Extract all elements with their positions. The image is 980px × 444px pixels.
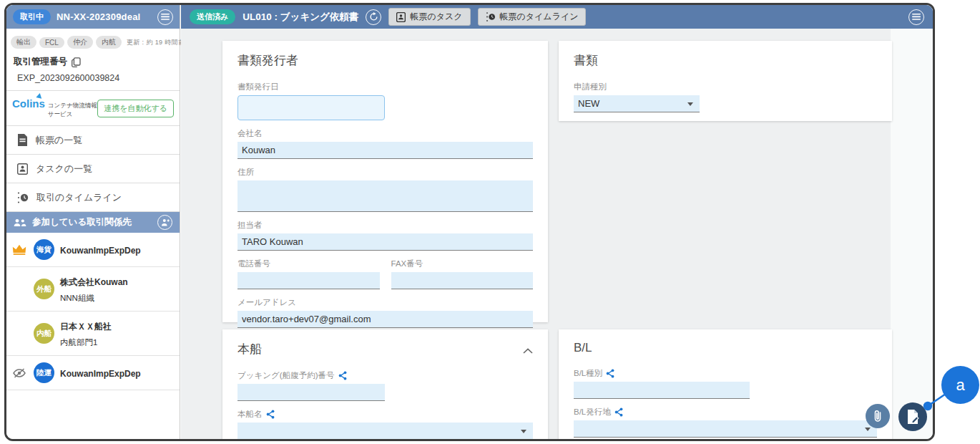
application-type-select[interactable]: NEW — [574, 95, 700, 112]
sent-status-badge: 送信済み — [190, 9, 235, 24]
colins-logo: Colins コンテナ物流情報サービス — [12, 97, 97, 119]
partner-row-gaisen[interactable]: 外船 株式会社Kouwan NNN組織 — [6, 267, 180, 312]
booking-number-input[interactable] — [237, 384, 385, 401]
tag-export: 輸出 — [11, 36, 36, 49]
card-vessel: 本船 ブッキング(船腹予約)番号 本船名 — [222, 329, 548, 441]
tag-domestic: 内航 — [96, 36, 122, 49]
application-type-value: NEW — [578, 98, 599, 109]
task-icon — [396, 12, 406, 22]
partner-role-badge: 内船 — [34, 323, 54, 344]
partners-header-label: 参加している取引関係先 — [32, 216, 132, 228]
address-input[interactable] — [237, 180, 533, 212]
annotation-marker-a: a — [941, 366, 979, 404]
chevron-down-icon — [865, 428, 871, 431]
tag-fcl: FCL — [39, 37, 64, 48]
company-label: 会社名 — [237, 128, 533, 139]
card-title: 本船 — [237, 341, 262, 357]
form-timeline-label: 帳票のタイムライン — [500, 11, 579, 23]
form-content: 書類発行者 書類発行日 会社名 住所 担当者 — [181, 29, 933, 439]
deal-number-block: 取引管理番号 EXP_2023092600039824 — [6, 52, 180, 91]
partner-row-naisen[interactable]: 内船 日本ＸＸ船社 内航部門1 — [6, 312, 180, 356]
sidebar-item-label: タスクの一覧 — [36, 163, 92, 175]
refresh-button[interactable] — [366, 9, 381, 25]
colins-name: Colins — [12, 97, 45, 110]
contact-input[interactable] — [237, 233, 533, 251]
sidebar-item-label: 帳票の一覧 — [36, 134, 82, 147]
share-link-icon[interactable] — [614, 407, 623, 417]
form-title: UL010 : ブッキング依頼書 — [242, 11, 358, 24]
deal-tags: 輸出 FCL 仲介 内航 更新 : 約 19 時間前 — [6, 29, 180, 52]
main-menu-button[interactable] — [908, 9, 924, 25]
card-title: 書類 — [574, 52, 877, 69]
hamburger-icon — [161, 14, 170, 20]
tag-broker: 仲介 — [67, 36, 93, 49]
timeline-icon — [486, 11, 496, 22]
deal-number-value: EXP_2023092600039824 — [14, 73, 172, 83]
bl-place-select[interactable] — [574, 420, 877, 438]
sidebar: 取引中 NN-XX-202309deal 輸出 FCL 仲介 内航 更新 : 約… — [6, 5, 180, 439]
automate-link-button[interactable]: 連携を自動化する — [97, 100, 174, 117]
email-input[interactable] — [237, 311, 533, 328]
hamburger-icon — [912, 14, 921, 20]
sidebar-item-forms-list[interactable]: 帳票の一覧 — [6, 126, 180, 155]
partner-name: KouwanImpExpDep — [60, 246, 141, 256]
vessel-name-label: 本船名 — [237, 409, 533, 420]
attachment-button[interactable] — [866, 404, 890, 428]
fax-label: FAX番号 — [391, 259, 534, 269]
sidebar-item-tasks-list[interactable]: タスクの一覧 — [6, 155, 180, 183]
colins-block: Colins コンテナ物流情報サービス 連携を自動化する — [6, 91, 180, 126]
bl-place-label-text: B/L発行地 — [574, 407, 611, 418]
partner-row-rikuun[interactable]: 陸運 KouwanImpExpDep — [6, 356, 180, 390]
document-icon — [17, 134, 28, 146]
chevron-down-icon — [521, 430, 526, 433]
tel-input[interactable] — [237, 272, 380, 289]
contact-label: 担当者 — [237, 220, 533, 231]
share-link-icon[interactable] — [266, 410, 275, 419]
chevron-down-icon — [687, 102, 693, 106]
partner-role-badge: 海貨 — [34, 239, 54, 260]
partner-name: 日本ＸＸ船社 — [60, 322, 112, 332]
share-link-icon[interactable] — [338, 371, 347, 380]
form-tasks-button[interactable]: 帳票のタスク — [388, 8, 470, 26]
fax-input[interactable] — [391, 272, 534, 289]
partner-org: 内航部門1 — [60, 338, 97, 347]
company-input[interactable] — [237, 142, 533, 159]
sidebar-item-label: 取引のタイムライン — [36, 191, 122, 204]
deal-number-label: 取引管理番号 — [14, 56, 67, 68]
card-document-issuer: 書類発行者 書類発行日 会社名 住所 担当者 — [222, 41, 548, 322]
sidebar-menu-button[interactable] — [157, 9, 173, 25]
card-title: 書類発行者 — [237, 52, 533, 69]
share-link-icon[interactable] — [606, 369, 614, 378]
partner-name: KouwanImpExpDep — [60, 369, 141, 379]
card-bl: B/L B/L種別 B/L発行地 — [559, 329, 892, 441]
bl-type-label-text: B/L種別 — [574, 368, 602, 379]
deal-status-badge: 取引中 — [13, 9, 51, 24]
bl-type-input[interactable] — [574, 382, 750, 399]
booking-number-label: ブッキング(船腹予約)番号 — [237, 370, 533, 381]
task-icon — [17, 163, 28, 175]
colins-caption: コンテナ物流情報サービス — [48, 102, 97, 119]
address-label: 住所 — [237, 167, 533, 178]
partner-row-kaika[interactable]: 海貨 KouwanImpExpDep — [6, 233, 180, 267]
sidebar-item-deal-timeline[interactable]: 取引のタイムライン — [6, 183, 180, 212]
copy-icon[interactable] — [72, 57, 81, 67]
vessel-name-select[interactable] — [237, 423, 533, 440]
bl-type-label: B/L種別 — [574, 368, 877, 379]
issue-date-input[interactable] — [237, 95, 385, 120]
add-person-icon — [161, 218, 170, 226]
application-type-label: 申請種別 — [574, 82, 877, 92]
add-partner-button[interactable] — [157, 215, 172, 230]
form-tasks-label: 帳票のタスク — [410, 11, 462, 23]
card-title: B/L — [574, 341, 877, 355]
issue-date-label: 書類発行日 — [237, 82, 533, 92]
partner-role-badge: 陸運 — [34, 362, 54, 383]
form-timeline-button[interactable]: 帳票のタイムライン — [478, 8, 587, 26]
main-area: 送信済み UL010 : ブッキング依頼書 帳票のタスク 帳票のタイムライン — [181, 5, 933, 439]
collapse-chevron-icon[interactable] — [523, 348, 533, 354]
refresh-icon — [369, 12, 378, 21]
vessel-name-label-text: 本船名 — [237, 409, 263, 420]
timeline-icon — [17, 191, 29, 204]
deal-title: NN-XX-202309deal — [57, 11, 152, 22]
partners-section-header: 参加している取引関係先 — [6, 212, 180, 233]
paperclip-icon — [872, 409, 883, 423]
